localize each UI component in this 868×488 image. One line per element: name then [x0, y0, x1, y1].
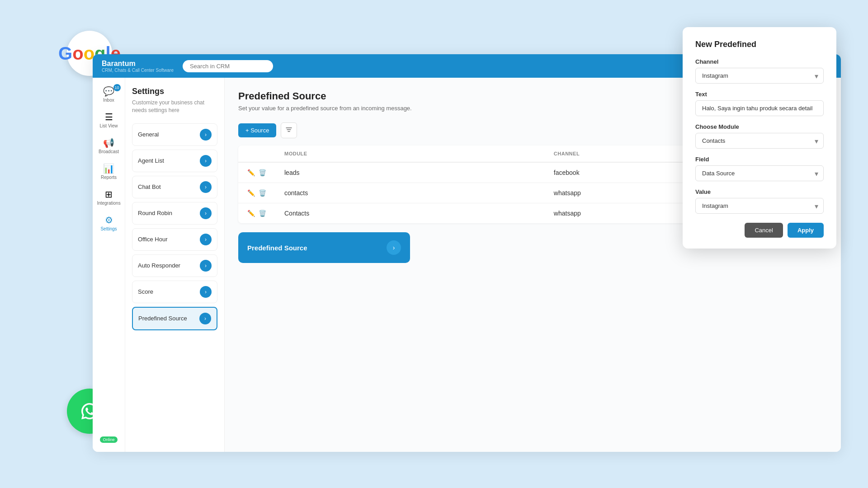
module-cell: leads [275, 162, 545, 183]
list-view-icon: ☰ [105, 112, 113, 122]
settings-item-score[interactable]: Score › [132, 281, 217, 303]
module-select[interactable]: Contacts Leads Deals [695, 133, 824, 149]
settings-item-round-robin[interactable]: Round Robin › [132, 202, 217, 225]
reports-icon: 📊 [103, 163, 114, 174]
edit-icon[interactable]: ✏️ [247, 210, 255, 217]
chevron-icon: › [200, 181, 212, 193]
new-predefined-modal: New Predefined Channel Instagram Faceboo… [683, 27, 836, 249]
delete-icon[interactable]: 🗑️ [259, 189, 266, 197]
sidebar-item-list-view[interactable]: ☰ List View [95, 108, 123, 132]
sidebar-item-settings[interactable]: ⚙ Settings [95, 211, 123, 235]
value-select[interactable]: Instagram Facebook WhatsApp [695, 198, 824, 214]
module-cell: contacts [275, 183, 545, 203]
sidebar-item-broadcast[interactable]: 📢 Broadcast [95, 134, 123, 158]
module-col-header: MODULE [275, 145, 545, 162]
modal-actions: Cancel Apply [695, 223, 824, 238]
settings-item-predefined-source[interactable]: Predefined Source › [132, 307, 217, 330]
chevron-icon: › [200, 260, 212, 272]
module-cell: Contacts [275, 203, 545, 224]
chevron-icon: › [199, 313, 211, 324]
cancel-button[interactable]: Cancel [745, 223, 783, 238]
add-source-button[interactable]: + Source [238, 123, 276, 137]
actions-col-header [238, 145, 275, 162]
settings-item-office-hour[interactable]: Office Hour › [132, 228, 217, 251]
text-group: Text [695, 91, 824, 116]
settings-title: Settings [132, 87, 217, 96]
search-input[interactable] [183, 60, 273, 72]
card-chevron-icon: › [387, 240, 401, 255]
sidebar-item-reports[interactable]: 📊 Reports [95, 160, 123, 183]
settings-item-general[interactable]: General › [132, 123, 217, 146]
modal-title: New Predefined [695, 40, 824, 49]
value-group: Value Instagram Facebook WhatsApp [695, 188, 824, 214]
row-actions: ✏️ 🗑️ [247, 169, 266, 176]
value-label: Value [695, 188, 824, 195]
chevron-icon: › [200, 207, 212, 219]
chevron-icon: › [200, 286, 212, 298]
online-status: Online [100, 435, 117, 447]
settings-item-agent-list[interactable]: Agent List › [132, 150, 217, 172]
integrations-icon: ⊞ [105, 189, 113, 200]
channel-select-wrapper: Instagram Facebook WhatsApp [695, 68, 824, 84]
inbox-icon: 💬 [103, 86, 114, 97]
sidebar: 💬 Inbox 10 ☰ List View 📢 Broadcast 📊 Rep… [93, 78, 125, 452]
text-input[interactable] [695, 100, 824, 116]
settings-item-chat-bot[interactable]: Chat Bot › [132, 176, 217, 198]
field-group: Field Data Source [695, 156, 824, 181]
sidebar-item-integrations[interactable]: ⊞ Integrations [95, 185, 123, 209]
channel-label: Channel [695, 58, 824, 65]
channel-group: Channel Instagram Facebook WhatsApp [695, 58, 824, 84]
predefined-source-card[interactable]: Predefined Source › [238, 232, 410, 263]
channel-select[interactable]: Instagram Facebook WhatsApp [695, 68, 824, 84]
settings-icon: ⚙ [105, 215, 113, 225]
delete-icon[interactable]: 🗑️ [259, 169, 266, 176]
broadcast-icon: 📢 [103, 137, 114, 148]
apply-button[interactable]: Apply [788, 223, 824, 238]
settings-desc: Customize your business chat needs setti… [132, 99, 217, 114]
field-select[interactable]: Data Source [695, 165, 824, 181]
settings-item-auto-responder[interactable]: Auto Responder › [132, 254, 217, 277]
chevron-icon: › [200, 129, 212, 141]
field-label: Field [695, 156, 824, 163]
module-select-wrapper: Contacts Leads Deals [695, 133, 824, 149]
settings-panel: Settings Customize your business chat ne… [125, 78, 225, 452]
brand-logo: Barantum CRM, Chats & Call Center Softwa… [102, 60, 174, 73]
field-select-wrapper: Data Source [695, 165, 824, 181]
module-group: Choose Module Contacts Leads Deals [695, 123, 824, 149]
choose-module-label: Choose Module [695, 123, 824, 130]
inbox-badge: 10 [113, 84, 121, 91]
value-select-wrapper: Instagram Facebook WhatsApp [695, 198, 824, 214]
row-actions: ✏️ 🗑️ [247, 189, 266, 197]
filter-button[interactable] [281, 122, 297, 138]
chevron-icon: › [200, 234, 212, 245]
sidebar-item-inbox[interactable]: 💬 Inbox 10 [95, 82, 123, 106]
chevron-icon: › [200, 155, 212, 167]
edit-icon[interactable]: ✏️ [247, 169, 255, 176]
delete-icon[interactable]: 🗑️ [259, 210, 266, 217]
text-label: Text [695, 91, 824, 98]
row-actions: ✏️ 🗑️ [247, 210, 266, 217]
edit-icon[interactable]: ✏️ [247, 189, 255, 197]
